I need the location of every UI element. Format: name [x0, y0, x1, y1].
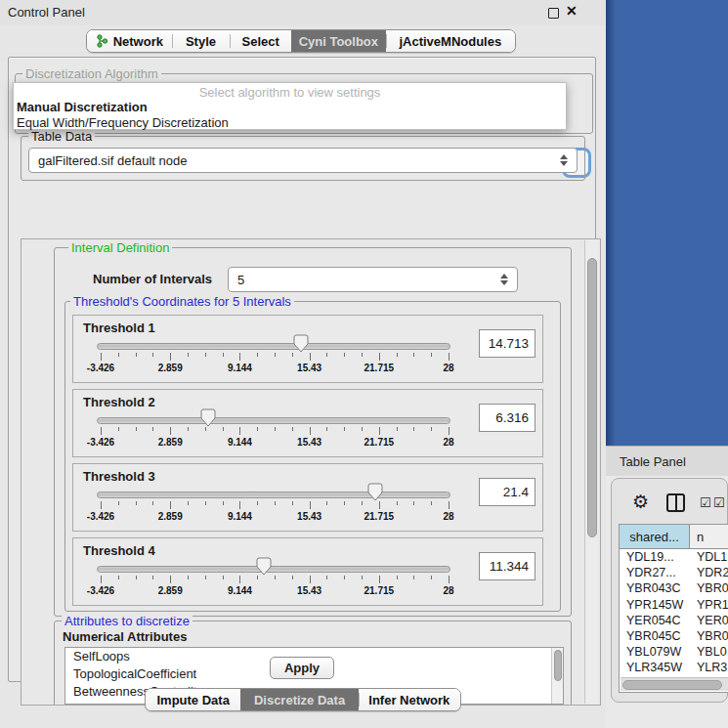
minor-tick	[136, 576, 137, 579]
num-intervals-combobox[interactable]: 5	[228, 267, 518, 292]
tick-label: 2.859	[158, 511, 183, 522]
cyni-content-panel: Discretization Algorithm Table Data galF…	[8, 57, 596, 682]
major-tick	[239, 501, 240, 509]
horizontal-scrollbar[interactable]	[621, 677, 728, 691]
table-data-combobox[interactable]: galFiltered.sif default node	[28, 148, 578, 173]
minor-tick	[362, 353, 363, 357]
minor-tick	[223, 353, 224, 357]
minor-tick	[152, 427, 153, 431]
cyni-bottom-tabbar: Impute Data Discretize Data Infer Networ…	[145, 688, 461, 711]
close-icon[interactable]: ✕	[566, 3, 578, 19]
minor-tick	[275, 576, 276, 579]
tick-label: 21.715	[364, 437, 395, 448]
table-row[interactable]: YBR045CYBR0	[620, 628, 728, 644]
threshold-label: Threshold 1	[83, 321, 155, 335]
gear-icon[interactable]: ⚙	[632, 491, 649, 513]
table-row[interactable]: YBR043CYBR0	[620, 580, 728, 596]
minor-tick	[431, 501, 432, 505]
table-cell: YER054C	[620, 613, 690, 628]
float-window-icon[interactable]	[548, 8, 559, 19]
table-cell: YDR2	[690, 565, 728, 580]
tab-style[interactable]: Style	[172, 30, 231, 52]
dropdown-option-equal-width[interactable]: Equal Width/Frequency Discretization	[14, 115, 566, 131]
tab-infer-network[interactable]: Infer Network	[359, 689, 460, 710]
tab-discretize-data-label: Discretize Data	[254, 693, 345, 707]
slider-thumb[interactable]	[367, 483, 383, 501]
tick-label: 21.715	[364, 363, 395, 373]
tick-label: 15.43	[297, 585, 321, 596]
dropdown-option-manual[interactable]: Manual Discretization	[14, 100, 566, 115]
major-tick	[170, 501, 171, 509]
major-tick	[239, 353, 240, 361]
column-header-name[interactable]: n	[690, 525, 728, 548]
split-columns-icon[interactable]	[666, 493, 685, 512]
control-panel-tabbar: Network Style Select Cyni Toolbox jActiv…	[86, 29, 516, 53]
slider-tick-labels: -3.4262.8599.14415.4321.71528	[101, 437, 449, 449]
scrollbar-thumb[interactable]	[587, 258, 597, 537]
threshold-slider[interactable]	[97, 566, 450, 573]
minor-tick	[397, 427, 398, 431]
major-tick	[449, 427, 450, 435]
num-intervals-label: Number of Intervals	[93, 272, 212, 286]
minor-tick	[362, 501, 363, 505]
threshold-value-field[interactable]: 11.344	[479, 552, 535, 580]
table-row[interactable]: YPR145WYPR1	[620, 597, 728, 613]
threshold-slider[interactable]	[97, 417, 450, 424]
threshold-value-field[interactable]: 14.713	[479, 329, 535, 358]
minor-tick	[205, 353, 206, 357]
major-tick	[101, 353, 102, 361]
tab-infer-network-label: Infer Network	[368, 693, 450, 707]
slider-thumb[interactable]	[293, 334, 309, 353]
threshold-value-field[interactable]: 6.316	[479, 404, 535, 432]
checkbox-icon[interactable]: ☑	[700, 495, 711, 510]
attributes-title: Attributes to discretize	[62, 614, 193, 628]
minor-tick	[152, 353, 153, 357]
threshold-value-field[interactable]: 21.4	[479, 478, 535, 506]
checkbox-icon[interactable]: ☑	[713, 495, 725, 510]
threshold-slider[interactable]	[97, 343, 450, 350]
discretization-algorithm-title: Discretization Algorithm	[22, 66, 161, 81]
minor-tick	[188, 353, 189, 357]
list-scrollbar[interactable]	[551, 648, 563, 704]
slider-thumb[interactable]	[200, 408, 216, 427]
tab-select[interactable]: Select	[230, 30, 291, 52]
vertical-scrollbar[interactable]	[584, 240, 598, 704]
major-tick	[310, 501, 311, 509]
column-header-shared[interactable]: shared...	[620, 525, 690, 548]
tab-cyni-toolbox[interactable]: Cyni Toolbox	[291, 30, 386, 52]
node-table-body: YDL19...YDL1YDR27...YDR2YBR043CYBR0YPR14…	[620, 549, 728, 692]
num-intervals-value: 5	[237, 273, 244, 287]
minor-tick	[292, 353, 293, 357]
table-row[interactable]: YDR27...YDR2	[620, 565, 728, 580]
slider-ticks	[101, 353, 449, 363]
tick-label: 2.859	[158, 585, 183, 596]
tab-jactivemnodules[interactable]: jActiveMNodules	[386, 30, 515, 52]
major-tick	[310, 576, 311, 583]
apply-button[interactable]: Apply	[270, 657, 334, 679]
table-cell: YBR0	[690, 628, 728, 644]
scrollbar-thumb[interactable]	[622, 680, 722, 690]
tab-impute-data[interactable]: Impute Data	[146, 689, 240, 710]
table-row[interactable]: YLR345WYLR3	[620, 660, 728, 675]
minor-tick	[431, 353, 432, 357]
major-tick	[101, 427, 102, 435]
tick-label: 9.144	[228, 437, 252, 448]
slider-ticks	[101, 427, 449, 437]
table-row[interactable]: YBL079WYBL0	[620, 644, 728, 660]
minor-tick	[223, 501, 224, 505]
minor-tick	[152, 576, 153, 579]
tab-network[interactable]: Network	[87, 30, 172, 52]
table-cell: YBL079W	[620, 644, 690, 660]
major-tick	[310, 427, 311, 435]
table-row[interactable]: YDL19...YDL1	[620, 549, 728, 565]
tab-cyni-toolbox-label: Cyni Toolbox	[299, 34, 378, 49]
tab-discretize-data[interactable]: Discretize Data	[240, 689, 358, 710]
table-row[interactable]: YER054CYER0	[620, 613, 728, 628]
slider-thumb[interactable]	[256, 557, 272, 576]
interval-definition-title: Interval Definition	[68, 240, 172, 255]
threshold-slider[interactable]	[97, 492, 450, 498]
table-cell: YPR1	[690, 597, 728, 613]
minor-tick	[205, 576, 206, 579]
combo-arrows-icon	[560, 154, 568, 166]
slider-tick-labels: -3.4262.8599.14415.4321.71528	[101, 363, 449, 374]
